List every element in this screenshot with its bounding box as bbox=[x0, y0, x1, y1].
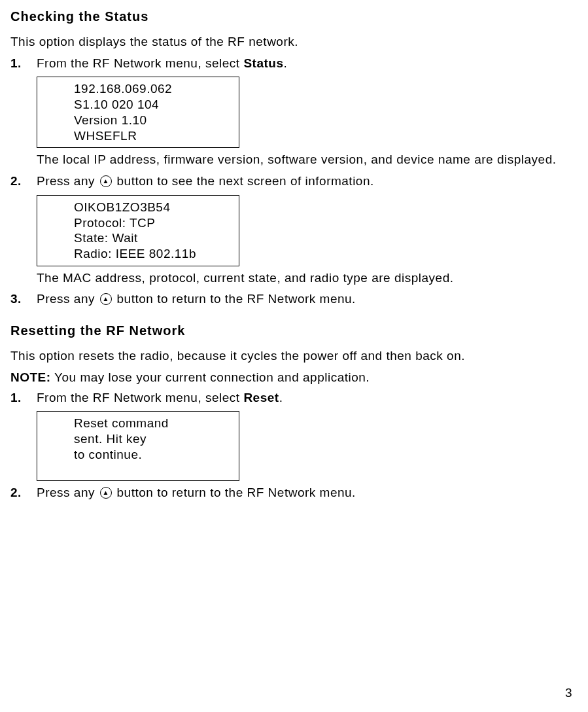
step-2: 2. Press any button to return to the RF … bbox=[10, 485, 572, 501]
step-text: Press any button to return to the RF Net… bbox=[37, 292, 356, 306]
step-after-text: The MAC address, protocol, current state… bbox=[37, 270, 572, 287]
screen-line: Version 1.10 bbox=[74, 113, 236, 128]
step-1: 1. From the RF Network menu, select Stat… bbox=[10, 56, 572, 168]
step-text-before: Press any bbox=[37, 292, 99, 306]
screen-display-reset: Reset command sent. Hit key to continue. bbox=[37, 411, 239, 481]
section-heading-checking-status: Checking the Status bbox=[10, 8, 572, 25]
screen-display-status-2: OIKOB1ZO3B54 Protocol: TCP State: Wait R… bbox=[37, 195, 239, 266]
screen-line: sent. Hit key bbox=[74, 431, 236, 447]
intro-text: This option resets the radio, because it… bbox=[10, 348, 572, 365]
step-text: From the RF Network menu, select Status. bbox=[37, 56, 287, 70]
note-text: You may lose your current connection and… bbox=[51, 370, 370, 384]
screen-line: State: Wait bbox=[74, 230, 236, 246]
screen-line: 192.168.069.062 bbox=[74, 81, 236, 97]
step-bold-word: Status bbox=[243, 56, 283, 70]
step-marker: 1. bbox=[10, 56, 22, 72]
step-bold-word: Reset bbox=[243, 391, 279, 404]
up-arrow-button-icon bbox=[100, 293, 112, 305]
step-text-before: Press any bbox=[37, 486, 99, 499]
step-2: 2. Press any button to see the next scre… bbox=[10, 173, 572, 286]
step-text-after: button to see the next screen of informa… bbox=[113, 174, 374, 188]
step-text-after: . bbox=[279, 391, 283, 404]
up-arrow-button-icon bbox=[100, 487, 112, 499]
screen-display-status-1: 192.168.069.062 S1.10 020 104 Version 1.… bbox=[37, 77, 239, 148]
note-label: NOTE: bbox=[10, 370, 51, 384]
step-3: 3. Press any button to return to the RF … bbox=[10, 291, 572, 308]
steps-list-1: 1. From the RF Network menu, select Stat… bbox=[10, 56, 572, 308]
step-text: Press any button to return to the RF Net… bbox=[37, 486, 356, 499]
step-marker: 2. bbox=[10, 173, 22, 190]
screen-line: Protocol: TCP bbox=[74, 215, 236, 231]
section-heading-resetting: Resetting the RF Network bbox=[10, 322, 572, 339]
screen-line: OIKOB1ZO3B54 bbox=[74, 200, 236, 215]
step-marker: 2. bbox=[10, 485, 22, 501]
screen-line: S1.10 020 104 bbox=[74, 97, 236, 113]
step-after-text: The local IP address, firmware version, … bbox=[37, 152, 572, 168]
up-arrow-button-icon bbox=[100, 175, 112, 187]
step-text-after: button to return to the RF Network menu. bbox=[113, 292, 356, 306]
screen-line: Radio: IEEE 802.11b bbox=[74, 246, 236, 262]
note-line: NOTE: You may lose your current connecti… bbox=[10, 370, 572, 386]
step-marker: 1. bbox=[10, 390, 22, 406]
step-text: From the RF Network menu, select Reset. bbox=[37, 391, 283, 404]
step-text-before: From the RF Network menu, select bbox=[37, 56, 243, 70]
page-number: 3 bbox=[565, 685, 572, 702]
intro-text: This option displays the status of the R… bbox=[10, 34, 572, 50]
step-marker: 3. bbox=[10, 291, 22, 308]
step-text-after: . bbox=[283, 56, 287, 70]
screen-line: Reset command bbox=[74, 416, 236, 431]
step-text-before: Press any bbox=[37, 174, 99, 188]
screen-line: WHSEFLR bbox=[74, 128, 236, 144]
step-1: 1. From the RF Network menu, select Rese… bbox=[10, 390, 572, 482]
step-text: Press any button to see the next screen … bbox=[37, 174, 374, 188]
steps-list-2: 1. From the RF Network menu, select Rese… bbox=[10, 390, 572, 502]
step-text-after: button to return to the RF Network menu. bbox=[113, 486, 356, 499]
step-text-before: From the RF Network menu, select bbox=[37, 391, 243, 404]
screen-line: to continue. bbox=[74, 447, 236, 463]
